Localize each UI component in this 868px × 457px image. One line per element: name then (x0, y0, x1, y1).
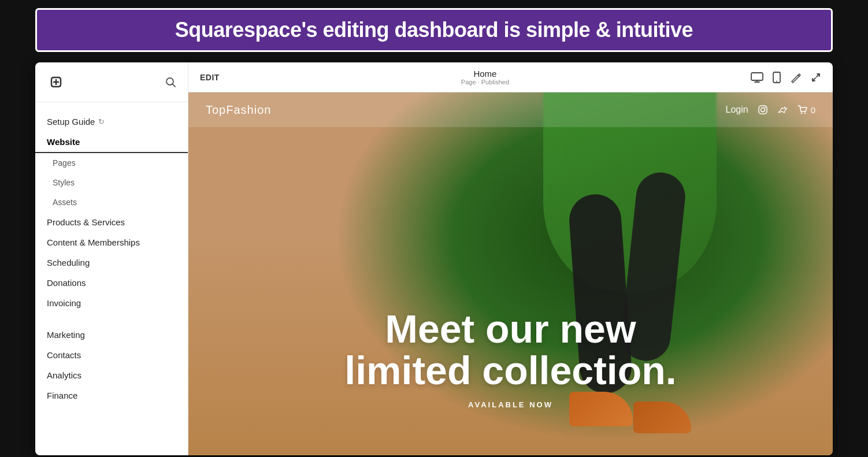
edit-label: EDIT (200, 73, 220, 82)
sidebar-item-label: Pages (53, 158, 76, 168)
pen-icon[interactable] (790, 72, 802, 83)
toolbar-right (751, 72, 821, 83)
banner: Squarespace's editing dashboard is simpl… (35, 8, 833, 52)
cart-icon (797, 104, 808, 116)
mobile-icon[interactable] (773, 72, 781, 83)
hero-headline-line2: limited collection. (344, 348, 676, 392)
expand-icon[interactable] (811, 72, 821, 83)
fashion-hero: TopFashion Login (188, 92, 833, 455)
sidebar-item-label: Donations (47, 278, 86, 288)
sidebar-item-scheduling[interactable]: Scheduling (35, 252, 188, 273)
sidebar-section-main: Setup Guide ↻ Website Pages (35, 112, 188, 406)
sidebar-item-website[interactable]: Website (35, 132, 188, 153)
sidebar-item-label: Styles (53, 178, 75, 187)
sidebar-item-label: Marketing (47, 330, 85, 340)
sidebar-item-label: Website (47, 137, 80, 147)
preview-navbar: TopFashion Login (188, 92, 833, 127)
sidebar-item-label: Products & Services (47, 217, 125, 227)
twitter-icon (777, 105, 788, 115)
sidebar-item-analytics[interactable]: Analytics (35, 365, 188, 385)
outer-wrapper: Squarespace's editing dashboard is simpl… (0, 0, 868, 457)
page-status: Page · Published (461, 79, 509, 86)
banner-text: Squarespace's editing dashboard is simpl… (175, 18, 693, 42)
main-layout: Setup Guide ↻ Website Pages (35, 62, 833, 455)
sidebar-nav: Setup Guide ↻ Website Pages (35, 102, 188, 455)
squarespace-logo-icon (47, 73, 65, 91)
desktop-icon[interactable] (751, 72, 763, 83)
cart-count: 0 (811, 105, 815, 115)
sidebar-item-label: Setup Guide (47, 117, 95, 127)
sidebar-item-products-services[interactable]: Products & Services (35, 212, 188, 232)
sidebar-item-label: Invoicing (47, 298, 81, 308)
svg-point-11 (800, 113, 802, 114)
page-title-area: Home Page · Published (461, 69, 509, 86)
instagram-icon (758, 105, 768, 115)
svg-line-2 (173, 84, 176, 87)
preview-content: TopFashion Login (188, 92, 833, 455)
sidebar-item-styles[interactable]: Styles (35, 173, 188, 192)
sidebar-item-label: Assets (53, 198, 77, 207)
search-icon[interactable] (165, 76, 176, 88)
sidebar-item-assets[interactable]: Assets (35, 192, 188, 212)
sidebar-item-pages[interactable]: Pages (35, 153, 188, 173)
sidebar: Setup Guide ↻ Website Pages (35, 62, 188, 455)
sidebar-item-label: Contacts (47, 350, 81, 360)
sidebar-item-content-memberships[interactable]: Content & Memberships (35, 232, 188, 252)
sidebar-top (35, 62, 188, 102)
sidebar-item-invoicing[interactable]: Invoicing (35, 293, 188, 313)
setup-guide-icon: ↻ (98, 117, 105, 126)
sidebar-item-label: Content & Memberships (47, 237, 140, 247)
svg-rect-3 (751, 73, 763, 80)
svg-point-10 (765, 107, 766, 108)
content-area: EDIT Home Page · Published (188, 62, 833, 455)
page-title: Home (461, 69, 509, 79)
hero-headline: Meet our new limited collection. (188, 309, 833, 391)
svg-point-12 (804, 113, 805, 114)
edit-toolbar: EDIT Home Page · Published (188, 62, 833, 92)
preview-cart: 0 (797, 104, 815, 116)
sidebar-item-label: Analytics (47, 370, 81, 380)
preview-login: Login (726, 105, 748, 115)
sidebar-item-finance[interactable]: Finance (35, 385, 188, 406)
hero-text-overlay: Meet our new limited collection. AVAILAB… (188, 309, 833, 409)
sidebar-item-contacts[interactable]: Contacts (35, 345, 188, 365)
sidebar-item-label: Scheduling (47, 258, 90, 267)
sidebar-item-donations[interactable]: Donations (35, 273, 188, 293)
sidebar-item-marketing[interactable]: Marketing (35, 325, 188, 345)
nav-divider (35, 313, 188, 325)
sidebar-item-label: Finance (47, 391, 77, 400)
preview-brand: TopFashion (206, 103, 271, 117)
sidebar-item-setup-guide[interactable]: Setup Guide ↻ (35, 112, 188, 132)
svg-point-7 (776, 80, 777, 81)
preview-nav-right: Login (726, 104, 816, 116)
app-container: Setup Guide ↻ Website Pages (35, 62, 833, 455)
svg-rect-8 (759, 106, 767, 114)
svg-point-9 (761, 108, 765, 112)
hero-subtext: AVAILABLE NOW (188, 400, 833, 409)
hero-headline-line1: Meet our new (385, 307, 636, 351)
